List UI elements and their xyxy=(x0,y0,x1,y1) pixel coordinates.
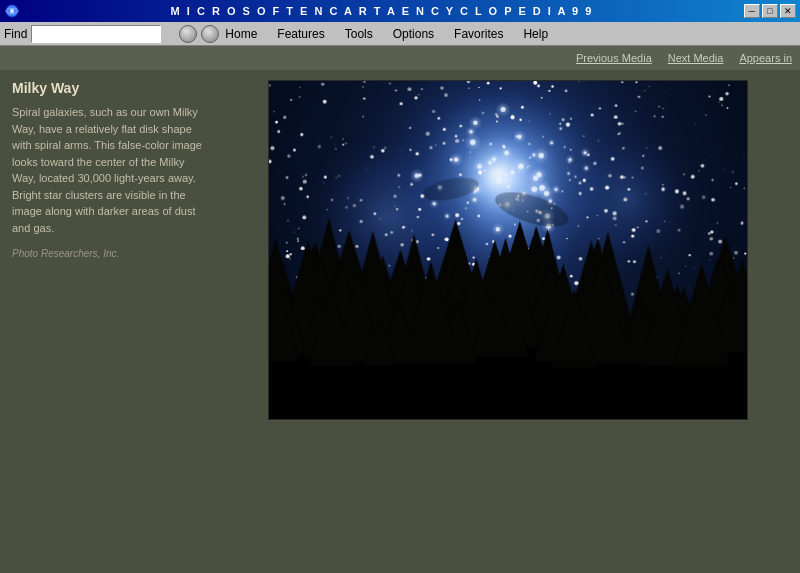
previous-media-link[interactable]: Previous Media xyxy=(576,52,652,64)
image-panel xyxy=(215,70,800,573)
features-menu-item[interactable]: Features xyxy=(267,23,334,45)
tools-menu-item[interactable]: Tools xyxy=(335,23,383,45)
minimize-button[interactable]: ─ xyxy=(744,4,760,18)
window-controls: ─ □ ✕ xyxy=(744,4,796,18)
left-panel: Milky Way Spiral galaxies, such as our o… xyxy=(0,70,215,573)
app-icon xyxy=(4,3,20,19)
milky-way-canvas xyxy=(269,81,747,419)
article-body: Spiral galaxies, such as our own Milky W… xyxy=(12,104,203,236)
photo-credit: Photo Researchers, Inc. xyxy=(12,248,203,259)
article-title: Milky Way xyxy=(12,80,203,96)
appears-in-link[interactable]: Appears in xyxy=(739,52,792,64)
main-content: Milky Way Spiral galaxies, such as our o… xyxy=(0,70,800,573)
forward-button[interactable] xyxy=(201,25,219,43)
help-menu-item[interactable]: Help xyxy=(513,23,558,45)
title-bar: M I C R O S O F T E N C A R T A E N C Y … xyxy=(0,0,800,22)
close-button[interactable]: ✕ xyxy=(780,4,796,18)
app-title: M I C R O S O F T E N C A R T A E N C Y … xyxy=(20,5,744,17)
next-media-link[interactable]: Next Media xyxy=(668,52,724,64)
maximize-button[interactable]: □ xyxy=(762,4,778,18)
find-label: Find xyxy=(4,27,27,41)
find-input[interactable] xyxy=(31,25,161,43)
favorites-menu-item[interactable]: Favorites xyxy=(444,23,513,45)
media-nav-bar: Previous Media Next Media Appears in xyxy=(0,46,800,70)
milky-way-image[interactable] xyxy=(268,80,748,420)
svg-point-2 xyxy=(10,9,14,13)
find-section: Find xyxy=(4,25,161,43)
options-menu-item[interactable]: Options xyxy=(383,23,444,45)
title-bar-left xyxy=(4,3,20,19)
home-menu-item[interactable]: Home xyxy=(169,23,267,45)
back-button[interactable] xyxy=(179,25,197,43)
menu-bar: Find Home Features Tools Options Favorit… xyxy=(0,22,800,46)
home-label: Home xyxy=(225,27,257,41)
